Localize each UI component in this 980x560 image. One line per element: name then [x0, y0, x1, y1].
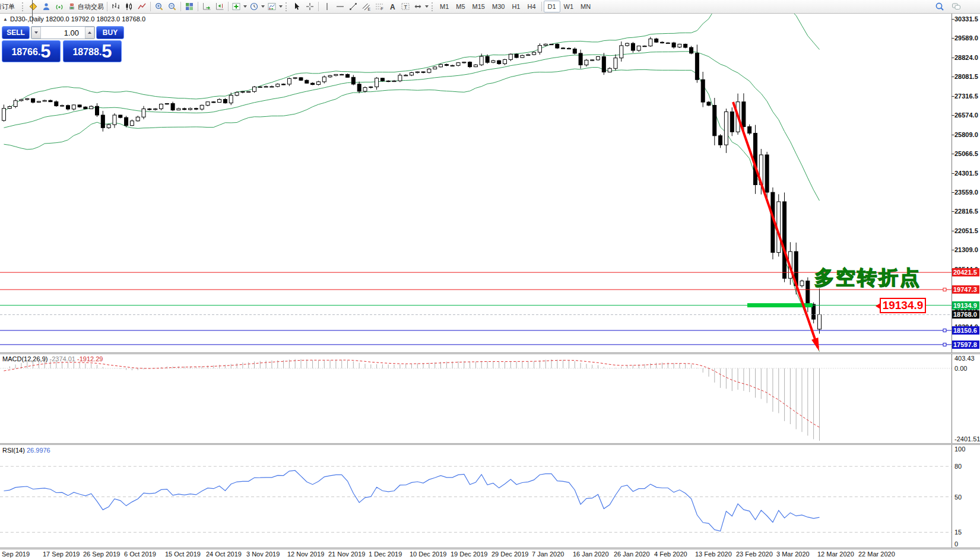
price-tick-label: 25066.5: [954, 150, 978, 157]
tf-m15-button[interactable]: M15: [469, 1, 489, 12]
macd-indicator-label: MACD(12,26,9) -2374.01 -1912.29: [2, 355, 103, 362]
sell-price-pip: 5: [40, 42, 50, 61]
sell-price-display[interactable]: 18766. 5: [2, 40, 61, 62]
channel-button[interactable]: E: [360, 1, 373, 12]
tf-h1-button[interactable]: H1: [508, 1, 524, 12]
text-button[interactable]: A: [386, 1, 399, 12]
vline-button[interactable]: [321, 1, 334, 12]
candle-body: [742, 102, 746, 127]
buy-price-display[interactable]: 18788. 5: [63, 40, 122, 62]
tf-mn-button[interactable]: MN: [577, 1, 594, 12]
line-handle[interactable]: [943, 343, 946, 346]
dropdown-arrow-icon[interactable]: [425, 5, 429, 8]
tf-m30-button[interactable]: M30: [489, 1, 508, 12]
candle-body: [445, 65, 448, 66]
hline-button[interactable]: [334, 1, 347, 12]
new-order-button[interactable]: 新订单: [0, 1, 20, 12]
candle-body: [270, 87, 274, 87]
bar-chart-button[interactable]: [109, 1, 122, 12]
tf-w1-button-label: W1: [564, 3, 574, 10]
date-label: 6 Oct 2019: [124, 551, 156, 558]
date-label: 3 Mar 2020: [776, 551, 810, 558]
search-button[interactable]: [933, 1, 946, 12]
profile-button[interactable]: [40, 1, 53, 12]
candle-body: [8, 107, 11, 109]
candle-body: [206, 102, 210, 106]
candle-body: [142, 109, 145, 117]
sell-button[interactable]: SELL: [2, 26, 30, 39]
collapse-triangle-icon[interactable]: ▲: [3, 17, 8, 22]
candle-body: [264, 87, 268, 87]
autotrading-button[interactable]: 自动交易: [66, 1, 105, 12]
candle-body: [637, 46, 640, 51]
toolbar-right-group: [933, 1, 963, 12]
crosshair-button[interactable]: [303, 1, 316, 12]
tile-windows-button[interactable]: [183, 1, 196, 12]
candle-body: [538, 46, 541, 53]
dropdown-arrow-icon[interactable]: [261, 5, 265, 8]
trendline-button[interactable]: [347, 1, 360, 12]
candle-body: [404, 75, 408, 76]
macd-panel[interactable]: [0, 354, 952, 444]
tf-m1-button[interactable]: M1: [436, 1, 452, 12]
arrows-button[interactable]: [412, 1, 430, 12]
candle-body: [66, 106, 70, 109]
chat-button[interactable]: [950, 1, 963, 12]
dropdown-arrow-icon[interactable]: [243, 5, 247, 8]
label-button[interactable]: T: [399, 1, 412, 12]
panel-separator-main-macd[interactable]: [0, 352, 980, 354]
price-tick-label: 30331.5: [954, 15, 978, 23]
zoom-in-button[interactable]: [153, 1, 166, 12]
tf-m5-button[interactable]: M5: [452, 1, 468, 12]
candle-chart-button[interactable]: [122, 1, 135, 12]
tf-d1-button[interactable]: D1: [544, 1, 560, 12]
macd-scale-label: -2401.51: [954, 435, 980, 443]
zoom-out-button[interactable]: [166, 1, 179, 12]
line-chart-button[interactable]: [135, 1, 148, 12]
volume-decrease-button[interactable]: [31, 27, 41, 39]
tf-w1-button[interactable]: W1: [560, 1, 578, 12]
periods-button[interactable]: [248, 1, 266, 12]
cursor-button[interactable]: [290, 1, 303, 12]
price-chart[interactable]: [0, 13, 952, 353]
volume-input[interactable]: [41, 27, 85, 39]
sell-price-main: 18766.: [11, 43, 40, 61]
volume-increase-button[interactable]: [85, 27, 94, 39]
fibonacci-button[interactable]: F: [373, 1, 386, 12]
chart-title: ▲ DJ30-,Daily 18200.0 19792.0 18023.0 18…: [3, 15, 145, 23]
buy-button[interactable]: BUY: [96, 26, 124, 39]
line-handle[interactable]: [943, 288, 946, 291]
candle-body: [690, 47, 693, 53]
tf-m1-button-label: M1: [440, 3, 449, 10]
candle-body: [136, 117, 139, 121]
templates-button[interactable]: [266, 1, 284, 12]
indicators-button[interactable]: [230, 1, 248, 12]
candle-body: [14, 101, 17, 107]
candle-body: [218, 100, 221, 103]
buy-price-pip: 5: [102, 42, 112, 61]
rsi-indicator-label: RSI(14) 26.9976: [2, 447, 50, 454]
chart-shift-button[interactable]: [213, 1, 226, 12]
rsi-panel[interactable]: [0, 445, 952, 548]
candle-body: [247, 91, 250, 92]
dropdown-arrow-icon[interactable]: [279, 5, 283, 8]
date-label: 12 Mar 2020: [817, 551, 854, 558]
toolbar-separator: [107, 2, 107, 11]
svg-text:F: F: [381, 7, 383, 11]
crash-trendline[interactable]: [733, 102, 818, 348]
candle-body: [462, 62, 466, 63]
price-level-label: 18768.0: [952, 310, 979, 319]
tf-h4-button[interactable]: H4: [524, 1, 539, 12]
price-callout-label[interactable]: 19134.9: [880, 298, 926, 313]
signals-button[interactable]: [53, 1, 66, 12]
candle-body: [43, 100, 46, 101]
panel-separator-macd-rsi[interactable]: [0, 443, 980, 445]
price-tick-label: 22051.5: [954, 227, 978, 234]
price-level-label: 19134.9: [952, 301, 979, 310]
candle-body: [433, 67, 437, 69]
line-handle[interactable]: [943, 329, 946, 332]
auto-scroll-button[interactable]: [200, 1, 213, 12]
candle-body: [468, 62, 472, 67]
macd-main-value: -2374.01: [49, 355, 75, 362]
market-watch-icon-button[interactable]: [27, 1, 40, 12]
